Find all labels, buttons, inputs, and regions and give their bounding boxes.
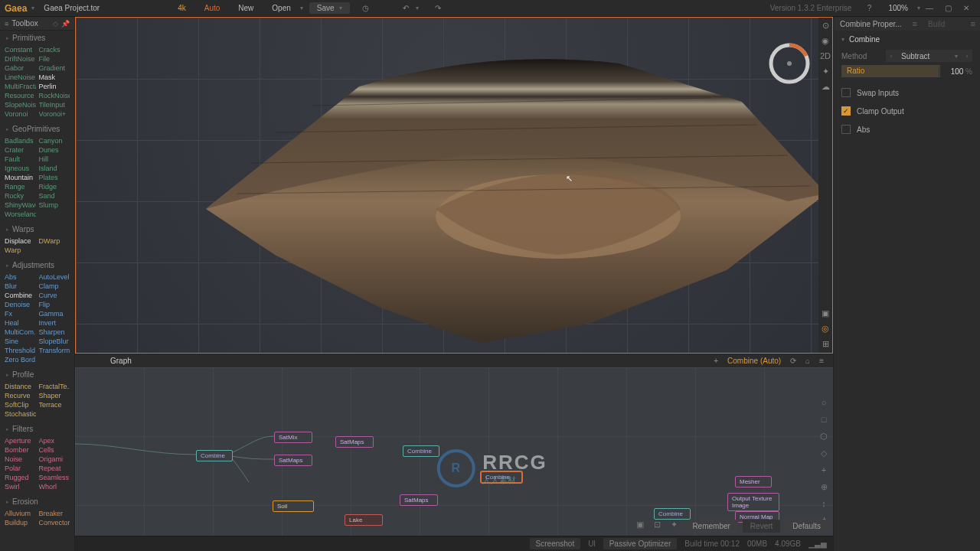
node-fx[interactable]: Fx xyxy=(5,309,36,318)
node-graph[interactable]: CombineSatMixSatMapsSoilSatMapsLakeSatMa… xyxy=(75,367,833,536)
node-crater[interactable]: Crater xyxy=(5,145,36,155)
cube-icon[interactable]: ▣ xyxy=(820,308,831,319)
node-clamp[interactable]: Clamp xyxy=(39,282,70,291)
node-[interactable] xyxy=(39,246,70,255)
graph-snap-icon[interactable]: ✦ xyxy=(668,520,680,532)
category-geoprimitives[interactable]: GeoPrimitives xyxy=(0,122,74,136)
viewport-3d[interactable]: ↖ ⊙ ◉ 2D ✦ ☁ ▣ ◎ ⊞ xyxy=(75,17,833,354)
zoom-level[interactable]: 100% xyxy=(888,4,908,12)
node-[interactable] xyxy=(39,409,70,419)
node-hill[interactable]: Hill xyxy=(39,155,70,164)
node-noise[interactable]: Noise xyxy=(5,455,36,464)
defaults-button[interactable]: Defaults xyxy=(785,520,828,533)
node-dunes[interactable]: Dunes xyxy=(39,145,70,155)
node-blur[interactable]: Blur xyxy=(5,282,36,291)
graph-tool-3-icon[interactable]: ⬡ xyxy=(818,432,830,444)
build-tab[interactable]: Build xyxy=(922,18,951,30)
node-zero bord...[interactable]: Zero Bord... xyxy=(5,355,36,364)
node-polar[interactable]: Polar xyxy=(5,464,36,473)
terrain-mesh[interactable] xyxy=(160,41,826,347)
node-dwarp[interactable]: DWarp xyxy=(39,236,70,246)
node-swirl[interactable]: Swirl xyxy=(5,482,36,491)
node-island[interactable]: Island xyxy=(39,164,70,173)
ratio-value[interactable]: 100 % xyxy=(946,67,972,76)
node-multicom...[interactable]: MultiCom... xyxy=(5,328,36,337)
ratio-slider[interactable]: Ratio xyxy=(841,65,940,77)
node-breaker[interactable]: Breaker xyxy=(39,509,70,518)
node-plates[interactable]: Plates xyxy=(39,173,70,182)
node-sand[interactable]: Sand xyxy=(39,191,70,201)
node-tileinput[interactable]: TileInput xyxy=(39,100,70,109)
node-denoise[interactable]: Denoise xyxy=(5,300,36,309)
node-recurve[interactable]: Recurve xyxy=(5,391,36,400)
node-cracks[interactable]: Cracks xyxy=(39,45,70,54)
node-[interactable] xyxy=(39,355,70,364)
active-node-label[interactable]: Combine (Auto) xyxy=(727,357,781,365)
node-resource[interactable]: Resource xyxy=(5,91,36,100)
node-autolevel[interactable]: AutoLevel xyxy=(39,272,70,282)
combine-section-header[interactable]: Combine xyxy=(834,31,980,48)
node-alluvium[interactable]: Alluvium xyxy=(5,509,36,518)
category-adjustments[interactable]: Adjustments xyxy=(0,258,74,272)
node-distance[interactable]: Distance xyxy=(5,382,36,391)
node-shaper[interactable]: Shaper xyxy=(39,391,70,400)
help-icon[interactable]: ? xyxy=(862,2,876,15)
auto-button[interactable]: Auto xyxy=(204,4,220,12)
properties-menu-icon[interactable]: ≡ xyxy=(908,19,922,28)
node-repeat[interactable]: Repeat xyxy=(39,464,70,473)
node-stochastic[interactable]: Stochastic xyxy=(5,409,36,419)
graph-node-mesher[interactable]: Mesher xyxy=(735,476,772,487)
graph-tool-2-icon[interactable]: □ xyxy=(818,415,830,427)
node-voronoi+[interactable]: Voronoi+ xyxy=(39,109,70,119)
node-transform[interactable]: Transform xyxy=(39,346,70,355)
maximize-icon[interactable]: ▢ xyxy=(939,0,957,17)
node-badlands[interactable]: Badlands xyxy=(5,136,36,145)
graph-tool-6-icon[interactable]: ⊕ xyxy=(818,482,830,494)
atmosphere-icon[interactable]: ☁ xyxy=(820,82,831,93)
remember-button[interactable]: Remember xyxy=(684,520,737,533)
redo-icon[interactable]: ↷ xyxy=(431,2,445,15)
node-flip[interactable]: Flip xyxy=(39,300,70,309)
graph-node-satmaps[interactable]: SatMaps xyxy=(400,494,438,506)
node-range[interactable]: Range xyxy=(5,182,36,191)
node-sharpen[interactable]: Sharpen xyxy=(39,328,70,337)
pin-icon[interactable]: 📌 xyxy=(61,20,70,28)
new-button[interactable]: New xyxy=(238,4,253,12)
status-chart-icon[interactable]: ▁▃▅ xyxy=(808,540,827,548)
node-combine[interactable]: Combine xyxy=(5,291,36,300)
node-gamma[interactable]: Gamma xyxy=(39,309,70,318)
graph-frame-icon[interactable]: ▣ xyxy=(634,520,646,532)
graph-node-combine[interactable]: Combine xyxy=(196,450,233,461)
category-warps[interactable]: Warps xyxy=(0,222,74,236)
node-aperture[interactable]: Aperture xyxy=(5,436,36,445)
node-curve[interactable]: Curve xyxy=(39,291,70,300)
graph-node-combine[interactable]: Combine xyxy=(403,445,439,457)
view-toggle-icon[interactable]: ◇ xyxy=(53,20,58,28)
close-icon[interactable]: ✕ xyxy=(957,0,975,17)
node-gabor[interactable]: Gabor xyxy=(5,64,36,73)
category-erosion[interactable]: Erosion xyxy=(0,494,74,509)
screenshot-button[interactable]: Screenshot xyxy=(530,538,581,549)
node-apex[interactable]: Apex xyxy=(39,436,70,445)
node-terrace[interactable]: Terrace xyxy=(39,400,70,409)
graph-tab[interactable]: Graph xyxy=(103,355,139,367)
node-seamless[interactable]: Seamless xyxy=(39,473,70,482)
node-canyon[interactable]: Canyon xyxy=(39,136,70,145)
node-abs[interactable]: Abs xyxy=(5,272,36,282)
node-convector[interactable]: Convector xyxy=(39,518,70,527)
category-primitives[interactable]: Primitives xyxy=(0,31,74,45)
lighting-icon[interactable]: ✦ xyxy=(820,67,831,77)
clock-icon[interactable]: ◷ xyxy=(359,2,373,15)
node-rocknoise[interactable]: RockNoise xyxy=(39,91,70,100)
undo-icon[interactable]: ↶ xyxy=(399,2,413,15)
graph-menu-icon[interactable]: ≡ xyxy=(819,357,824,365)
node-mountain[interactable]: Mountain xyxy=(5,173,36,182)
target-icon[interactable]: ⊙ xyxy=(820,21,831,31)
graph-node-lake[interactable]: Lake xyxy=(345,514,383,526)
graph-node-soil[interactable]: Soil xyxy=(273,500,314,512)
node-file[interactable]: File xyxy=(39,54,70,64)
abs-checkbox[interactable] xyxy=(841,125,851,134)
graph-node-output-texture-image[interactable]: Output Texture Image xyxy=(727,493,779,511)
node-[interactable] xyxy=(39,210,70,219)
node-threshold[interactable]: Threshold xyxy=(5,346,36,355)
